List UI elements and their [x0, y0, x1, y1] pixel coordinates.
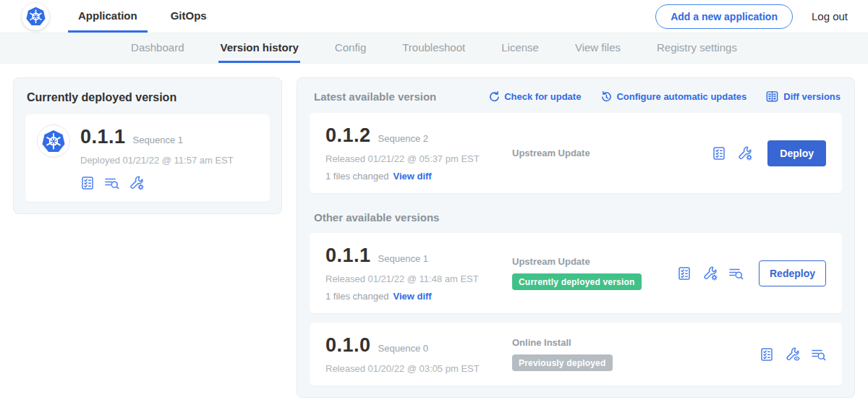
deployed-date: Deployed 01/21/22 @ 11:57 am EST — [80, 155, 234, 166]
kubernetes-logo — [22, 3, 49, 30]
released-date: Released 01/20/22 @ 03:05 pm EST — [326, 363, 512, 374]
subnav-view-files[interactable]: View files — [574, 33, 622, 63]
configure-automatic-updates-link[interactable]: Configure automatic updates — [600, 90, 746, 103]
previously-deployed-badge: Previously deployed — [512, 354, 613, 371]
version-source-label: Online Install — [512, 337, 752, 348]
version-number: 0.1.1 — [326, 245, 371, 267]
preflight-checklist-icon[interactable] — [677, 266, 692, 281]
released-date: Released 01/21/22 @ 05:37 pm EST — [326, 153, 512, 164]
version-number: 0.1.2 — [326, 124, 371, 147]
add-application-button[interactable]: Add a new application — [655, 4, 793, 29]
release-notes-search-icon[interactable] — [811, 347, 826, 362]
main-content: Currently deployed version 0.1.1 Sequenc… — [0, 64, 868, 408]
version-row-0-1-2: 0.1.2 Sequence 2 Released 01/21/22 @ 05:… — [310, 113, 842, 193]
preflight-checklist-icon[interactable] — [80, 176, 95, 190]
schedule-clock-icon — [600, 90, 612, 103]
sequence-label: Sequence 0 — [378, 343, 428, 354]
check-for-update-label: Check for update — [504, 91, 581, 102]
config-wrench-gear-icon[interactable] — [129, 175, 144, 190]
release-notes-search-icon[interactable] — [104, 176, 119, 190]
configure-updates-label: Configure automatic updates — [616, 91, 746, 102]
preflight-checklist-icon[interactable] — [760, 347, 774, 362]
version-number: 0.1.0 — [326, 334, 371, 357]
diff-versions-link[interactable]: Diff versions — [765, 90, 841, 103]
app-icon — [37, 124, 70, 158]
deploy-button[interactable]: Deploy — [767, 140, 826, 166]
app-subnav: Dashboard Version history Config Trouble… — [0, 33, 868, 64]
subnav-registry-settings[interactable]: Registry settings — [655, 33, 739, 63]
deployed-panel-title: Currently deployed version — [27, 91, 270, 104]
config-wrench-gear-icon[interactable] — [702, 265, 718, 281]
config-wrench-eye-icon[interactable] — [785, 347, 800, 362]
diff-versions-label: Diff versions — [783, 91, 841, 102]
subnav-config[interactable]: Config — [333, 33, 367, 63]
redeploy-button[interactable]: Redeploy — [759, 260, 826, 286]
latest-version-title: Latest available version — [314, 90, 436, 103]
app-nav-tabs: Application GitOps — [68, 0, 230, 33]
navbar-spacer — [230, 0, 655, 33]
logout-button[interactable]: Log out — [812, 10, 848, 22]
released-date: Released 01/21/22 @ 11:48 am EST — [326, 273, 512, 284]
subnav-license[interactable]: License — [500, 33, 540, 63]
versions-panel: Latest available version Check for updat… — [297, 77, 855, 398]
files-changed-label: 1 files changed — [326, 291, 388, 302]
files-changed-label: 1 files changed — [326, 171, 388, 182]
top-navbar: Application GitOps Add a new application… — [0, 0, 868, 33]
release-notes-search-icon[interactable] — [728, 266, 744, 281]
subnav-dashboard[interactable]: Dashboard — [129, 33, 185, 63]
view-diff-link[interactable]: View diff — [393, 171, 431, 182]
version-source-label: Upstream Update — [512, 148, 705, 158]
refresh-icon — [488, 90, 500, 103]
sequence-label: Sequence 1 — [378, 253, 428, 264]
version-row-0-1-0: 0.1.0 Sequence 0 Released 01/20/22 @ 03:… — [310, 323, 842, 386]
deployed-version-number: 0.1.1 — [80, 126, 126, 148]
currently-deployed-panel: Currently deployed version 0.1.1 Sequenc… — [13, 77, 282, 214]
view-diff-link[interactable]: View diff — [393, 291, 431, 302]
version-row-0-1-1: 0.1.1 Sequence 1 Released 01/21/22 @ 11:… — [310, 233, 842, 313]
other-versions-title: Other available versions — [314, 211, 842, 224]
preflight-checklist-icon[interactable] — [712, 146, 726, 161]
deployed-sequence-label: Sequence 1 — [133, 135, 183, 145]
config-wrench-gear-icon[interactable] — [737, 145, 752, 161]
version-source-label: Upstream Update — [512, 256, 670, 267]
nav-tab-application[interactable]: Application — [68, 0, 148, 33]
subnav-version-history[interactable]: Version history — [218, 33, 299, 63]
nav-tab-gitops[interactable]: GitOps — [161, 0, 217, 33]
subnav-troubleshoot[interactable]: Troubleshoot — [401, 33, 467, 63]
currently-deployed-badge: Currently deployed version — [512, 273, 642, 290]
deployed-version-card: 0.1.1 Sequence 1 Deployed 01/21/22 @ 11:… — [25, 114, 270, 202]
diff-split-icon — [765, 90, 779, 103]
sequence-label: Sequence 2 — [378, 133, 428, 144]
check-for-update-link[interactable]: Check for update — [488, 90, 581, 103]
